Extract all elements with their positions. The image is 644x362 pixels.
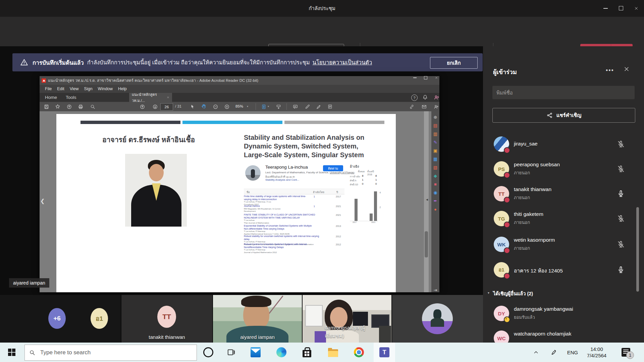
participant-row[interactable]: jirayu_sae [483, 132, 644, 157]
mic-muted-icon[interactable] [616, 240, 625, 249]
menu-file[interactable]: File [45, 86, 52, 91]
participant-row[interactable]: PS peerapong suebsan ภายนอก [483, 157, 644, 182]
hand-tool-icon[interactable] [200, 103, 208, 110]
mic-on-icon[interactable] [616, 265, 625, 274]
dismiss-banner-button[interactable]: ยกเลิก [430, 57, 478, 69]
teams-app-button[interactable]: T [374, 343, 395, 362]
mic-muted-icon[interactable] [616, 140, 625, 148]
participant-row[interactable]: TG thiti gaketem ภายนอก [483, 207, 644, 232]
panel-more-icon[interactable]: ••• [606, 67, 614, 74]
file-explorer-button[interactable] [325, 343, 341, 362]
save-icon[interactable] [42, 103, 50, 110]
participant-tile-tanakit[interactable]: TT tanakit thianwan [121, 295, 212, 343]
close-tab-icon[interactable] [167, 96, 169, 99]
combine-files-icon[interactable]: ▦ [433, 157, 437, 162]
expand-panel-icon[interactable]: ⇥ [434, 288, 437, 292]
chrome-app-button[interactable] [351, 343, 367, 362]
invited-section-header[interactable]: ได้เชิญผู้อื่นแล้ว (2) [493, 290, 533, 297]
account-person-icon[interactable] [433, 94, 440, 101]
start-button[interactable] [4, 343, 19, 362]
print-icon[interactable] [76, 103, 85, 110]
create-pdf-icon[interactable]: ▥ [433, 131, 437, 137]
comment-panel-icon[interactable]: ▣ [433, 148, 437, 154]
stamp-icon[interactable]: ● [434, 207, 437, 212]
zoom-chevron-icon[interactable]: ▾ [247, 105, 248, 108]
participant-row[interactable]: อ1 อาคาร 12 ห้อง 12405 [483, 258, 644, 283]
participant-row[interactable]: WK wetin kasornporm ภายนอก [483, 233, 644, 257]
sign-tool-icon[interactable] [315, 103, 323, 110]
next-page-icon[interactable] [151, 103, 159, 110]
participant-search-input[interactable] [492, 86, 643, 99]
menu-sign[interactable]: Sign [84, 86, 93, 91]
acrobat-close-button[interactable] [435, 76, 438, 79]
participant-tile-aiyared[interactable]: aiyared iampan [213, 295, 302, 343]
clock[interactable]: 14:00 7/4/2564 [583, 343, 610, 362]
minimize-button[interactable] [598, 0, 613, 16]
language-indicator[interactable]: ENG [564, 343, 581, 362]
tab-document[interactable]: แนะนำหลักสูตร วท.ม./... [129, 93, 172, 102]
zoom-out-icon[interactable] [211, 103, 219, 110]
acrobat-minimize-button[interactable] [413, 77, 417, 78]
menu-view[interactable]: View [70, 86, 79, 91]
previous-page-icon[interactable] [138, 103, 146, 110]
task-view-button[interactable] [223, 343, 239, 362]
tray-expand-button[interactable] [529, 343, 543, 362]
page-back-chevron-icon[interactable]: ❮ [40, 198, 45, 204]
panel-close-icon[interactable] [623, 66, 630, 72]
mic-muted-icon[interactable] [616, 165, 625, 173]
participant-row[interactable]: WC watcharaporn cholamjiak [483, 326, 644, 343]
menu-window[interactable]: Window [98, 86, 113, 91]
find-icon[interactable] [89, 103, 97, 110]
share-file-icon[interactable] [65, 103, 73, 110]
store-app-button[interactable] [299, 343, 315, 362]
mic-muted-icon[interactable] [616, 214, 625, 223]
close-button[interactable] [629, 0, 644, 16]
taskbar-search[interactable] [24, 345, 197, 361]
fill-sign-tool-icon[interactable] [326, 103, 334, 110]
zoom-tools-icon[interactable]: ⊕ [434, 115, 437, 120]
section-collapse-icon[interactable]: ▾ [488, 291, 489, 295]
menu-edit[interactable]: Edit [57, 86, 64, 91]
tab-home[interactable]: Home [45, 95, 57, 100]
participant-search[interactable] [492, 86, 635, 99]
edit-pdf-icon[interactable]: ✎ [434, 140, 437, 145]
participant-tile-photo[interactable] [392, 295, 483, 343]
cortana-button[interactable] [200, 343, 216, 362]
notifications-bell-icon[interactable] [422, 94, 428, 101]
share-link-icon[interactable] [408, 103, 416, 110]
windows-ink-button[interactable] [547, 343, 561, 362]
pdf-scrollbar[interactable] [424, 111, 429, 292]
maximize-button[interactable] [613, 0, 629, 16]
taskbar-search-input[interactable] [40, 349, 185, 356]
comment-tool-icon[interactable] [291, 103, 299, 110]
page-number-input[interactable]: 26 [160, 103, 173, 111]
favorites-star-icon[interactable] [54, 103, 62, 110]
highlight-tool-icon[interactable] [303, 103, 311, 110]
page-fit-icon[interactable] [260, 103, 268, 110]
tab-tools[interactable]: Tools [66, 95, 76, 100]
acrobat-maximize-button[interactable] [424, 76, 427, 79]
action-center-button[interactable]: 1 [616, 343, 635, 362]
edge-app-button[interactable] [273, 343, 289, 362]
help-question-icon[interactable]: ? [411, 95, 418, 101]
menu-help[interactable]: Help [118, 86, 127, 91]
participant-row[interactable]: DY damrongsak yambangwai ยอมรับแล้ว [483, 302, 644, 326]
request-signatures-icon[interactable] [432, 103, 440, 110]
scrolling-mode-icon[interactable] [274, 103, 282, 110]
export-pdf-icon[interactable]: ▤ [433, 123, 437, 128]
collapse-tools-chevron-icon[interactable]: ◂ [426, 197, 428, 202]
zoom-level-select[interactable]: 85% [235, 104, 243, 108]
redact-icon[interactable]: ■ [434, 182, 437, 187]
send-email-icon[interactable] [420, 103, 428, 110]
panel-scrollbar[interactable] [636, 207, 639, 292]
mail-app-button[interactable] [248, 343, 264, 362]
zoom-in-icon[interactable] [223, 103, 231, 110]
privacy-policy-link[interactable]: นโยบายความเป็นส่วนตัว [313, 58, 372, 67]
compress-pdf-icon[interactable]: ◆ [434, 173, 437, 179]
fill-sign-panel-icon[interactable]: ✒ [434, 198, 437, 204]
protect-icon[interactable]: ◉ [433, 190, 437, 195]
participant-tile-damrongsak[interactable]: damrongsak.ya (ผู้เยี่ยมชม) [303, 295, 391, 343]
mic-on-icon[interactable] [616, 189, 625, 198]
organize-pages-icon[interactable]: ▧ [433, 165, 437, 170]
page-fit-chevron-icon[interactable]: ▾ [268, 105, 269, 108]
